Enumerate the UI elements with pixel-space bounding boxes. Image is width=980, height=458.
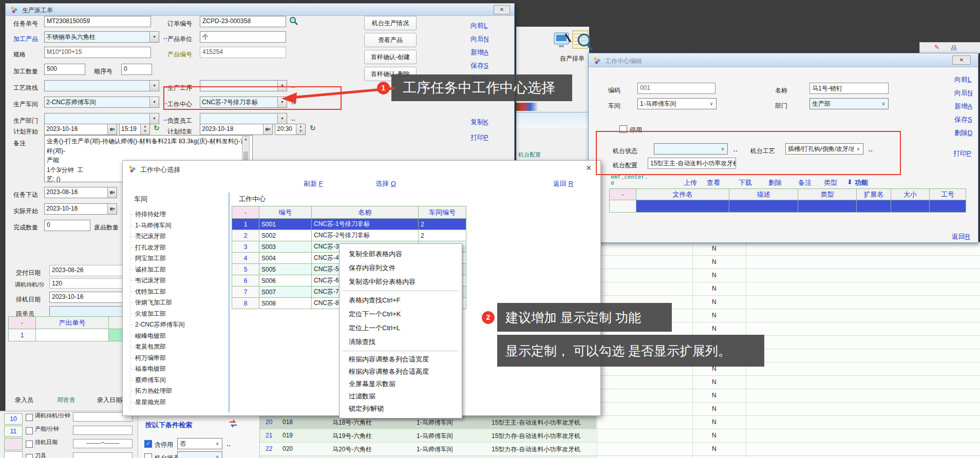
order-no-input[interactable]: ZCPD-23-000358: [200, 16, 286, 27]
tree-item-workshop[interactable]: 1-马师傅车间: [130, 221, 172, 230]
cell-code[interactable]: S007: [259, 287, 312, 298]
org-icon[interactable]: 品: [951, 44, 957, 52]
nav-print-link[interactable]: 打印P: [470, 133, 488, 142]
chevron-down-icon[interactable]: ▼: [149, 81, 159, 91]
qty-input[interactable]: 500: [44, 64, 85, 75]
context-menu-item[interactable]: 表格内查找Ctrl+F: [340, 293, 462, 307]
task-no-input[interactable]: MT2308150059: [44, 16, 151, 27]
context-menu-item[interactable]: 根据内容调整各列合适高度: [340, 366, 462, 378]
refresh-link[interactable]: 刷新 F: [304, 179, 323, 188]
function-link[interactable]: 功能: [855, 178, 868, 187]
bg-row-pink-cell[interactable]: [4, 438, 23, 450]
cell-code[interactable]: S001: [259, 219, 312, 230]
tree-item-workshop[interactable]: 福泰电镀部: [130, 365, 166, 373]
nav-add-link[interactable]: 新增A: [470, 48, 488, 57]
cell-index[interactable]: 8: [232, 298, 259, 309]
tree-item-workshop[interactable]: 峻峰电镀部: [130, 332, 166, 340]
note-link[interactable]: 备注: [798, 178, 812, 187]
file-cell[interactable]: [930, 200, 966, 213]
include-disabled-checkbox[interactable]: ✓: [144, 440, 152, 448]
filter-checkbox[interactable]: [26, 427, 33, 434]
cell-code[interactable]: S006: [259, 275, 312, 287]
filter-input[interactable]: --------~--------: [73, 439, 133, 448]
nav-delete-link[interactable]: 删除D: [954, 128, 972, 138]
plan-start-date[interactable]: 2023-10-16▦▾: [44, 124, 117, 135]
cell-index[interactable]: 5: [232, 264, 259, 275]
tree-item-workshop[interactable]: 打孔攻牙部: [130, 243, 166, 252]
file-cell[interactable]: [857, 200, 891, 213]
tree-item-workshop[interactable]: 2-CNC苏师傅车间: [130, 320, 185, 329]
route-combo[interactable]: ▼: [44, 80, 159, 91]
context-menu-item[interactable]: 全屏幕显示数据: [340, 378, 462, 390]
cell-code[interactable]: S003: [259, 241, 312, 253]
bg-row-number[interactable]: 10: [4, 413, 23, 425]
tree-item-workshop[interactable]: 亮记滚牙部: [130, 232, 166, 241]
nav-print-link[interactable]: 打印P: [953, 149, 971, 158]
product-combo[interactable]: 不锈钢单头六角柱▼: [44, 31, 159, 43]
work-center-manage-icon[interactable]: [552, 30, 573, 52]
product-no-input[interactable]: 415254: [200, 47, 286, 58]
close-button[interactable]: ✕: [494, 5, 510, 14]
context-menu-item[interactable]: 保存内容到文件: [340, 261, 462, 275]
context-menu-item[interactable]: 根据内容调整各列合适宽度: [340, 353, 462, 366]
dept-combo[interactable]: 生产部∨: [809, 98, 889, 109]
tree-item-workshop[interactable]: 诚祥加工部: [130, 265, 166, 274]
seq-input[interactable]: 0: [121, 64, 152, 75]
cell-code[interactable]: S005: [259, 264, 312, 275]
filter-checkbox[interactable]: [26, 414, 33, 421]
work-center-row[interactable]: 1S001CNC苏-1号排刀非标2: [232, 219, 466, 230]
spinner-icon[interactable]: ▲▼: [296, 124, 305, 135]
tree-item-workshop[interactable]: 蔡师傅车间: [130, 376, 166, 385]
filter-input[interactable]: [73, 426, 133, 435]
file-cell[interactable]: [798, 200, 857, 213]
context-menu-item[interactable]: 复制选中部分表格内容: [340, 275, 462, 289]
file-cell[interactable]: [729, 200, 798, 213]
include-disabled-combo[interactable]: 否∨: [177, 438, 222, 449]
calendar-icon[interactable]: ▦▾: [107, 187, 117, 198]
background-table-row[interactable]: 23021马21号-六角柱1-马师傅车间15型力存-自动送料小功率攻牙机: [259, 456, 596, 458]
filter-input[interactable]: [73, 452, 133, 458]
cell-name[interactable]: CNC苏-2号排刀非标: [312, 230, 419, 241]
spinner-icon[interactable]: ▲▼: [140, 124, 149, 135]
cell-code[interactable]: S004: [259, 253, 312, 264]
code-input[interactable]: 001: [637, 83, 715, 94]
refresh-icon[interactable]: ↻: [310, 124, 318, 133]
calendar-icon[interactable]: ▦▾: [107, 124, 117, 135]
view-link[interactable]: 查看: [707, 178, 720, 187]
tree-item-workshop[interactable]: 柯万编带部: [130, 354, 166, 362]
nav-copy-link[interactable]: 复制K: [470, 118, 488, 127]
search-icon[interactable]: [289, 16, 298, 26]
filter-checkbox[interactable]: [26, 454, 33, 458]
back-link[interactable]: 返回 R: [553, 179, 573, 188]
machine-status-button[interactable]: 机台生产情况: [364, 16, 417, 30]
tree-item-workshop[interactable]: 老莫包黑部: [130, 342, 166, 351]
titlebar[interactable]: ◆◆◆ 生产派工单 ✕: [6, 4, 514, 16]
file-cell[interactable]: [636, 200, 729, 213]
bg-row-number[interactable]: 11: [4, 426, 23, 437]
chevron-down-icon[interactable]: ▼: [149, 32, 159, 42]
output-cell-empty[interactable]: [36, 329, 109, 341]
tree-item-workshop[interactable]: 韦记滚牙部: [130, 276, 166, 285]
staff-combo[interactable]: ▼: [200, 113, 287, 124]
type-link[interactable]: 类型: [824, 178, 837, 187]
output-row-index[interactable]: 1: [9, 329, 36, 341]
chevron-down-icon[interactable]: ∨: [707, 99, 716, 109]
cell-code[interactable]: S008: [259, 298, 312, 309]
cell-ws[interactable]: 2: [419, 230, 466, 241]
close-button[interactable]: ✕: [952, 55, 971, 65]
nav-save-link[interactable]: 保存S: [470, 61, 488, 70]
delete-file-link[interactable]: 删除: [768, 178, 782, 187]
include-lookup-link[interactable]: ..: [227, 441, 231, 448]
cell-ws[interactable]: 2: [419, 219, 466, 230]
spec-input[interactable]: M10*100+15: [44, 47, 151, 58]
filter-checkbox[interactable]: [26, 441, 33, 448]
context-menu-item[interactable]: 清除查找: [340, 335, 462, 349]
nav-save-link[interactable]: 保存S: [954, 115, 972, 124]
background-table-row[interactable]: 22020马20号-六角柱1-马师傅车间15型力存-自动送料小功率攻牙机: [259, 443, 596, 455]
context-menu-item[interactable]: 锁定列/解锁: [340, 403, 462, 415]
nav-prev-link[interactable]: 向前L: [470, 21, 487, 30]
self-schedule-label[interactable]: 自产排单: [560, 54, 585, 63]
machine-status-filter-combo[interactable]: ∨: [177, 451, 222, 458]
chevron-down-icon[interactable]: ▼: [149, 113, 159, 124]
chevron-down-icon[interactable]: ∨: [213, 438, 222, 449]
